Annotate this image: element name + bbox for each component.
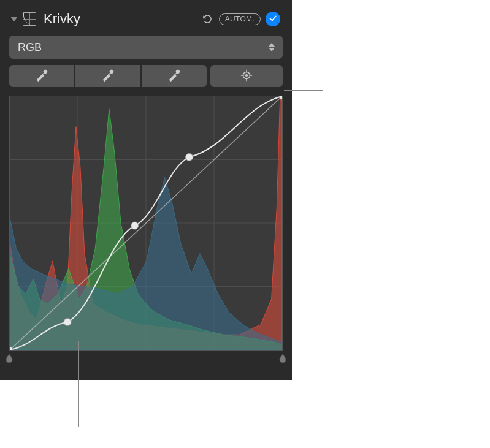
updown-chevrons-icon	[267, 43, 277, 51]
range-slider-track[interactable]	[9, 352, 283, 365]
callout-line	[284, 90, 323, 91]
curves-panel: Krivky AUTOM. RGB	[0, 0, 292, 380]
target-add-point-icon	[240, 69, 253, 84]
curves-header: Krivky AUTOM.	[9, 11, 283, 36]
eyedropper-white-icon	[167, 69, 181, 84]
disclosure-triangle-icon[interactable]	[10, 17, 18, 21]
svg-point-8	[246, 74, 248, 76]
svg-point-19	[186, 153, 193, 161]
checkmark-icon	[269, 14, 277, 25]
reset-arrow-icon	[202, 13, 213, 25]
curves-histogram[interactable]	[9, 96, 283, 351]
eyedropper-toolbar	[9, 65, 283, 87]
add-point-button[interactable]	[210, 65, 283, 87]
histogram-svg	[10, 96, 282, 350]
channel-select[interactable]: RGB	[9, 36, 283, 59]
black-point-handle[interactable]	[4, 353, 14, 363]
channel-select-label: RGB	[18, 41, 267, 54]
droplet-handle-icon	[4, 353, 14, 363]
white-point-handle[interactable]	[278, 353, 288, 363]
eyedropper-black-button[interactable]	[9, 65, 74, 87]
eyedropper-white-button[interactable]	[142, 65, 207, 87]
callout-line	[78, 341, 79, 427]
curves-icon	[23, 12, 36, 26]
reset-button[interactable]	[201, 12, 214, 26]
eyedropper-black-icon	[35, 69, 48, 84]
svg-point-17	[64, 318, 71, 325]
eyedropper-gray-button[interactable]	[75, 65, 140, 87]
svg-point-18	[131, 222, 139, 229]
panel-title: Krivky	[44, 11, 196, 27]
enable-toggle[interactable]	[266, 12, 280, 26]
auto-button[interactable]: AUTOM.	[219, 13, 261, 25]
eyedropper-segmented	[9, 65, 207, 87]
droplet-handle-icon	[278, 353, 288, 363]
eyedropper-gray-icon	[101, 69, 115, 84]
